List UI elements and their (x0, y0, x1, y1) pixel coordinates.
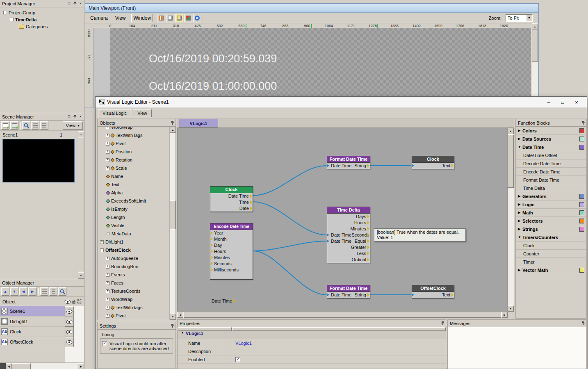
output-pin-icon[interactable] (367, 252, 369, 255)
node-header[interactable]: Clock (210, 187, 253, 193)
menu-camera[interactable]: Camera (89, 15, 109, 21)
node-port-row[interactable]: Date TimeEqual (327, 238, 370, 244)
chevron-down-icon[interactable]: ▼ (526, 15, 532, 21)
node-clock-target[interactable]: Clock Text (412, 156, 454, 169)
objects-item[interactable]: +BoundingBox (98, 262, 169, 271)
objects-item[interactable]: Text (98, 180, 169, 189)
output-pin-icon[interactable] (367, 233, 369, 237)
blue-sphere-icon-button[interactable] (193, 14, 201, 22)
expand-icon[interactable]: + (100, 240, 104, 244)
chevron-down-icon[interactable]: ▼ (518, 235, 522, 239)
node-header[interactable]: Encode Date Time (210, 223, 253, 230)
fb-category-selectors[interactable]: ▶Selectors (516, 217, 586, 225)
objects-item[interactable]: +Rotation (98, 156, 169, 164)
vle-titlebar[interactable]: Visual Logic Editor - Scene1 − □ × (96, 97, 587, 108)
scroll-left-icon[interactable]: ◀ (6, 363, 12, 369)
restore-icon[interactable]: □ (67, 114, 71, 119)
property-row-description[interactable]: Description (178, 347, 446, 355)
input-pin-icon[interactable] (211, 231, 213, 235)
node-header[interactable]: Time Delta (327, 207, 370, 214)
scroll-down-icon[interactable]: ▼ (508, 305, 514, 312)
menu-view[interactable]: View (114, 15, 128, 21)
visibility-toggle[interactable] (65, 317, 74, 327)
expand-icon[interactable]: + (106, 298, 109, 301)
input-pin-icon[interactable] (327, 164, 329, 167)
add-group-button[interactable] (10, 121, 18, 130)
output-pin-icon[interactable] (367, 164, 369, 167)
node-input-port[interactable]: Day (210, 242, 253, 248)
expand-icon[interactable]: + (106, 142, 109, 146)
edit-grid-icon-button[interactable] (175, 14, 183, 22)
expand-icon[interactable]: + (106, 289, 109, 293)
node-clock-source[interactable]: Clock Date Time Time Date (210, 186, 253, 212)
node-output-port[interactable]: Minutes (327, 226, 370, 232)
node-input-port[interactable]: Minutes (210, 255, 253, 261)
node-canvas[interactable]: Clock Date Time Time Date Encode Date Ti… (177, 128, 508, 312)
visibility-toggle[interactable] (65, 306, 74, 317)
move-left-button[interactable]: ◀ (19, 287, 27, 296)
input-pin-icon[interactable] (211, 250, 213, 253)
node-time-delta[interactable]: Time Delta Days Hours Minutes Date TimeS… (327, 207, 370, 263)
expand-icon[interactable]: + (106, 265, 109, 269)
objects-item[interactable]: -OffsetClock (98, 246, 169, 254)
output-pin-icon[interactable] (250, 207, 252, 210)
columns-button[interactable] (40, 287, 48, 296)
tree-item-timedelta[interactable]: - TimeDelta (0, 16, 84, 23)
tab-vlogic1[interactable]: VLogic1 (179, 119, 218, 128)
fb-item-time-delta[interactable]: Time Delta (516, 184, 586, 192)
visibility-toggle[interactable] (65, 337, 74, 347)
input-pin-icon[interactable] (327, 293, 329, 296)
input-pin-icon[interactable] (327, 233, 329, 237)
scroll-right-icon[interactable]: ▶ (501, 312, 508, 318)
fb-item-timer[interactable]: Timer (516, 258, 586, 266)
chevron-right-icon[interactable]: ▶ (518, 227, 522, 231)
node-output-port[interactable]: Date Time (210, 298, 236, 304)
collapse-icon[interactable]: - (3, 11, 7, 14)
output-pin-icon[interactable] (367, 258, 369, 261)
chevron-right-icon[interactable]: ▶ (518, 129, 522, 132)
output-pin-icon[interactable] (367, 221, 369, 224)
fb-category-data-sources[interactable]: ▶Data Sources (516, 135, 586, 143)
node-header[interactable]: OffsetClock (412, 285, 454, 292)
fb-item-decode-date-time[interactable]: Decode Date Time (516, 159, 586, 168)
fb-item-clock[interactable]: Clock (516, 241, 586, 250)
node-encode-date-time[interactable]: Encode Date Time Year Month Day Hours Mi… (210, 223, 253, 280)
input-pin-icon[interactable] (211, 268, 213, 271)
objects-item[interactable]: IsEmpty (98, 205, 169, 213)
node-output-port[interactable]: Greater (327, 244, 370, 251)
detail-view-button[interactable] (40, 121, 48, 130)
fb-category-timers-counters[interactable]: ▼Timers/Counters (516, 233, 586, 241)
objects-item[interactable]: +Pivot (98, 312, 169, 320)
property-value-name[interactable]: VLogic1 (232, 339, 446, 347)
property-row-enabled[interactable]: Enabled ✓ (178, 355, 446, 364)
red-green-icon-button[interactable] (184, 14, 192, 22)
canvas-hscrollbar[interactable]: ◀ ▶ (177, 312, 508, 318)
pin-icon[interactable] (581, 321, 585, 326)
properties-group-row[interactable]: ▼ VLogic1 (178, 331, 446, 339)
fb-item-date-time-offset[interactable]: Date/Time Offset (516, 151, 586, 159)
search-button[interactable] (22, 121, 30, 130)
node-output-port[interactable]: Date Time (210, 193, 253, 199)
fb-item-counter[interactable]: Counter (516, 250, 586, 258)
node-port-row[interactable]: Date TimeString (327, 292, 370, 298)
objects-item[interactable]: ExceedsSoftLimit (98, 197, 169, 205)
chevron-down-icon[interactable]: ▼ (178, 331, 184, 339)
view-dropdown-button[interactable]: View ▼ (63, 121, 83, 130)
fb-category-generators[interactable]: ▶Generators (516, 192, 586, 200)
objects-item[interactable]: Name (98, 172, 169, 180)
expand-icon[interactable]: + (106, 281, 109, 285)
node-output-port[interactable]: Days (327, 214, 370, 220)
object-list-header[interactable]: Object MCSK (0, 298, 84, 306)
function-blocks-header[interactable]: Function Blocks (516, 119, 586, 127)
objects-item[interactable]: +Pivot (98, 139, 169, 148)
collapse-icon[interactable]: - (10, 18, 14, 21)
pin-icon[interactable] (171, 121, 174, 125)
node-input-port[interactable]: Text (412, 292, 454, 298)
object-row-scene1[interactable]: Scene1 (0, 306, 84, 317)
close-icon[interactable]: × (78, 114, 83, 119)
restore-icon[interactable]: □ (67, 1, 71, 6)
node-input-port[interactable]: Hours (210, 248, 253, 255)
output-pin-icon[interactable] (367, 293, 369, 296)
node-output-port[interactable]: Date (210, 205, 253, 212)
chevron-down-icon[interactable]: ▼ (518, 145, 522, 149)
